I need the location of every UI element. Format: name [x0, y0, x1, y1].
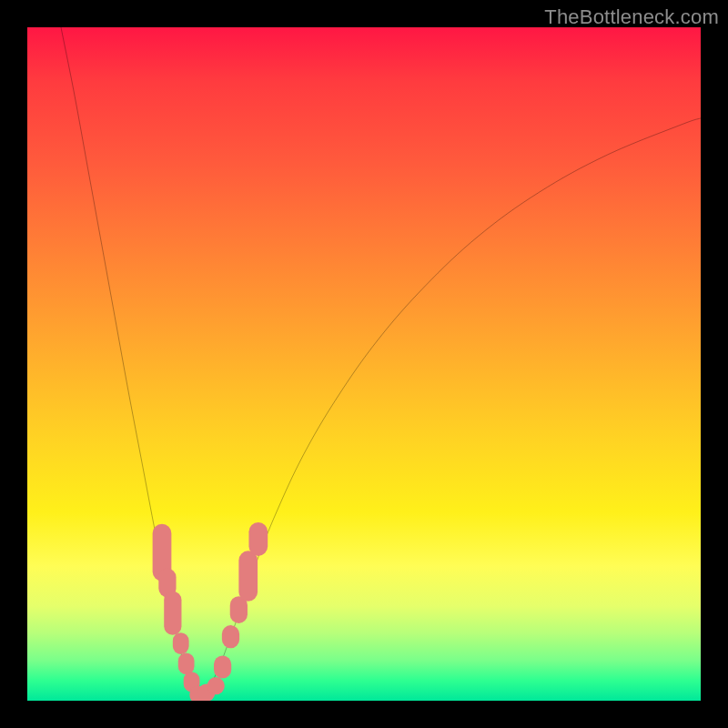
marker-dot [164, 592, 181, 635]
marker-dot [248, 522, 268, 556]
marker-layer [153, 522, 268, 701]
marker-dot [222, 625, 239, 648]
marker-dot [214, 655, 231, 678]
marker-dot [173, 632, 189, 654]
plot-area [27, 27, 701, 701]
chart-canvas: TheBottleneck.com [0, 0, 728, 728]
marker-dot [238, 551, 258, 602]
watermark-text: TheBottleneck.com [544, 5, 719, 29]
marker-dot [178, 652, 195, 674]
curve-right-branch [201, 118, 701, 697]
curves-svg [27, 27, 701, 701]
marker-dot [207, 677, 225, 694]
